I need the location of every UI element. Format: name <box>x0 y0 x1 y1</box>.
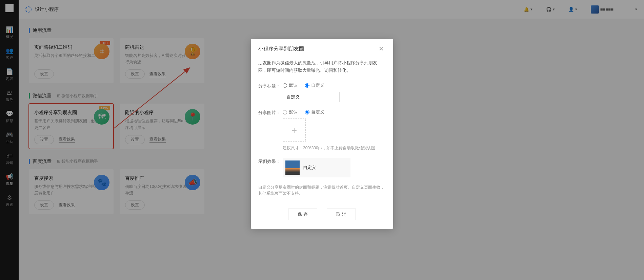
preview-thumb <box>285 160 300 175</box>
modal-note: 自定义分享朋友圈时的封面和标题，注意仅对首页、自定义页面生效，其他系统页面暂不支… <box>258 184 386 196</box>
radio-title-custom[interactable]: 自定义 <box>305 82 324 88</box>
share-title-input[interactable] <box>283 92 340 102</box>
close-icon[interactable]: ✕ <box>377 44 386 53</box>
modal: 小程序分享到朋友圈 ✕ 朋友圈作为微信最大的流量池，引导用户将小程序分享到朋友圈… <box>251 39 393 229</box>
share-title-label: 分享标题： <box>258 82 283 102</box>
preview-label: 示例效果： <box>258 158 283 177</box>
radio-image-custom[interactable]: 自定义 <box>305 109 324 115</box>
modal-intro: 朋友圈作为微信最大的流量池，引导用户将小程序分享到朋友圈，即可短时间内获取大量曝… <box>258 59 386 74</box>
share-image-label: 分享图片： <box>258 109 283 151</box>
cancel-button[interactable]: 取 消 <box>327 209 356 220</box>
preview-text: 自定义 <box>303 165 316 171</box>
modal-overlay[interactable]: 小程序分享到朋友圈 ✕ 朋友圈作为微信最大的流量池，引导用户将小程序分享到朋友圈… <box>0 0 644 280</box>
radio-image-default[interactable]: 默认 <box>283 109 298 115</box>
save-button[interactable]: 保 存 <box>288 209 317 220</box>
image-uploader[interactable]: ＋ <box>283 119 306 142</box>
upload-hint: 建议尺寸：300*300px，如不上传自动取微信默认图 <box>283 145 386 151</box>
preview-box: 自定义 <box>283 158 350 177</box>
modal-title: 小程序分享到朋友圈 <box>258 46 304 52</box>
radio-title-default[interactable]: 默认 <box>283 82 298 88</box>
